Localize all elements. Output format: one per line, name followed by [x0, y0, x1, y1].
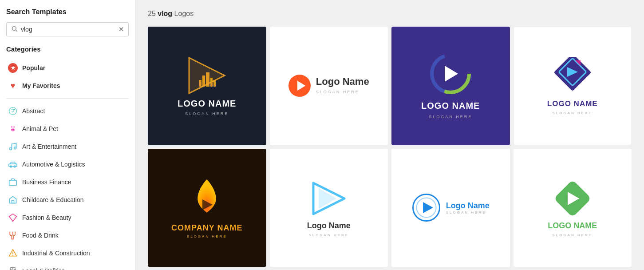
sidebar-item-label: Fashion & Beauty: [22, 214, 71, 221]
svg-point-3: [11, 126, 12, 127]
play-city-icon: [185, 56, 229, 95]
sidebar-item-childcare[interactable]: Childcare & Education: [6, 191, 129, 209]
sidebar-item-industrial[interactable]: Industrial & Construction: [6, 244, 129, 262]
svg-point-2: [14, 109, 15, 110]
sidebar: Search Templates ✕ Categories ★ Popular …: [0, 0, 135, 270]
green-diamond-icon: [553, 179, 593, 218]
circle-play-icon: [426, 52, 475, 97]
logo-card-5[interactable]: COMPANY NAME SLOGAN HERE Customize: [148, 149, 266, 267]
music-icon: [8, 142, 18, 151]
heart-icon: ♥: [8, 81, 18, 91]
sidebar-item-abstract[interactable]: Abstract: [6, 102, 129, 120]
slogan-2: SLOGAN HERE: [316, 90, 360, 94]
svg-point-8: [10, 148, 12, 150]
logo-name-2: Logo Name: [316, 76, 369, 87]
results-count: 25: [148, 10, 156, 17]
svg-rect-23: [199, 80, 201, 87]
sidebar-item-label: Food & Drink: [22, 232, 59, 239]
house-icon: [8, 195, 18, 205]
logo-card-8[interactable]: LOGO NAME SLOGAN HERE Customize: [514, 149, 632, 267]
results-type: Logos: [174, 10, 194, 17]
clear-search-icon[interactable]: ✕: [119, 26, 124, 33]
sidebar-item-label: Business Finance: [22, 179, 71, 186]
main-content: 25 vlog Logos: [135, 0, 644, 270]
sidebar-title: Search Templates: [6, 8, 129, 16]
sidebar-item-legal[interactable]: Legal & Politics: [6, 262, 129, 270]
sidebar-item-label: Industrial & Construction: [22, 250, 90, 257]
construction-icon: [8, 248, 18, 258]
animal-icon: [8, 124, 18, 134]
sidebar-item-label: My Favorites: [22, 82, 60, 89]
circle-play-blue-icon: [412, 193, 441, 222]
svg-point-9: [14, 147, 16, 149]
svg-line-1: [16, 30, 17, 31]
sidebar-item-label: Popular: [22, 64, 45, 71]
categories-title: Categories: [6, 45, 129, 53]
search-box: ✕: [6, 22, 129, 36]
svg-rect-25: [206, 72, 209, 87]
sidebar-item-food[interactable]: Food & Drink: [6, 226, 129, 244]
logo-name-1: LOGO NAME: [178, 98, 236, 109]
star-icon: ★: [8, 63, 18, 73]
logo-card-1[interactable]: LOGO NAME SLOGAN HERE Customize: [148, 27, 266, 145]
sidebar-item-fashion[interactable]: Fashion & Beauty: [6, 209, 129, 226]
logo-card-7[interactable]: Logo Name SLOGAN HERE Customize: [391, 149, 510, 267]
sidebar-item-label: Abstract: [22, 107, 45, 115]
sidebar-item-business-finance[interactable]: Business Finance: [6, 173, 129, 191]
sidebar-item-label: Legal & Politics: [22, 267, 65, 270]
divider: [6, 98, 129, 99]
logo-card-3[interactable]: LOGO NAME SLOGAN HERE Customize: [391, 27, 510, 145]
svg-point-4: [13, 126, 15, 127]
food-icon: [8, 230, 18, 240]
play-orange-icon: [288, 75, 311, 97]
sidebar-item-label: Automotive & Logistics: [22, 161, 85, 168]
slogan-7: SLOGAN HERE: [446, 210, 490, 214]
results-header: 25 vlog Logos: [148, 10, 632, 18]
logo-name-7: Logo Name: [446, 201, 490, 210]
sidebar-item-animal-pet[interactable]: Animal & Pet: [6, 120, 129, 138]
slogan-5: SLOGAN HERE: [187, 234, 227, 238]
logo-name-3: LOGO NAME: [421, 100, 480, 111]
sidebar-item-label: Childcare & Education: [22, 196, 84, 203]
svg-rect-27: [213, 80, 216, 87]
sidebar-item-label: Art & Entertainment: [22, 143, 76, 150]
svg-marker-32: [445, 66, 458, 82]
scale-icon: [8, 266, 18, 270]
svg-marker-39: [319, 188, 336, 209]
logo-card-6[interactable]: Logo Name SLOGAN HERE Customize: [270, 149, 388, 267]
logo-card-4[interactable]: LOGO NAME SLOGAN HERE Customize: [514, 27, 632, 145]
results-keyword: vlog: [158, 10, 172, 17]
abstract-icon: [8, 106, 18, 116]
slogan-8: SLOGAN HERE: [552, 233, 593, 237]
briefcase-icon: [8, 177, 18, 187]
svg-marker-42: [423, 202, 433, 213]
car-icon: [8, 159, 18, 169]
logo-name-4: LOGO NAME: [547, 99, 598, 108]
sidebar-item-automotive[interactable]: Automotive & Logistics: [6, 155, 129, 173]
svg-marker-15: [9, 214, 17, 222]
svg-point-0: [12, 27, 16, 31]
search-icon: [11, 25, 18, 33]
svg-rect-24: [202, 75, 205, 87]
sidebar-item-label: Animal & Pet: [22, 125, 58, 132]
slogan-3: SLOGAN HERE: [429, 115, 472, 119]
svg-rect-14: [12, 201, 14, 203]
logo-card-2[interactable]: Logo Name SLOGAN HERE Customize: [270, 27, 388, 145]
logo-grid: LOGO NAME SLOGAN HERE Customize Logo Nam…: [148, 27, 632, 267]
svg-point-5: [11, 128, 15, 131]
sidebar-item-art-entertainment[interactable]: Art & Entertainment: [6, 138, 129, 155]
blue-triangle-icon: [309, 179, 349, 218]
logo-name-5: COMPANY NAME: [171, 223, 242, 233]
svg-rect-26: [210, 78, 213, 87]
svg-point-7: [13, 129, 14, 130]
sidebar-item-favorites[interactable]: ♥ My Favorites: [6, 77, 129, 95]
slogan-1: SLOGAN HERE: [185, 111, 229, 116]
sidebar-item-popular[interactable]: ★ Popular: [6, 59, 129, 77]
svg-point-6: [12, 129, 13, 130]
logo-name-6: Logo Name: [307, 221, 351, 230]
logo-name-8: LOGO NAME: [548, 221, 597, 230]
diamond-play-icon: [550, 57, 595, 97]
svg-rect-13: [9, 180, 17, 186]
slogan-6: SLOGAN HERE: [308, 233, 349, 237]
search-input[interactable]: [21, 26, 119, 33]
